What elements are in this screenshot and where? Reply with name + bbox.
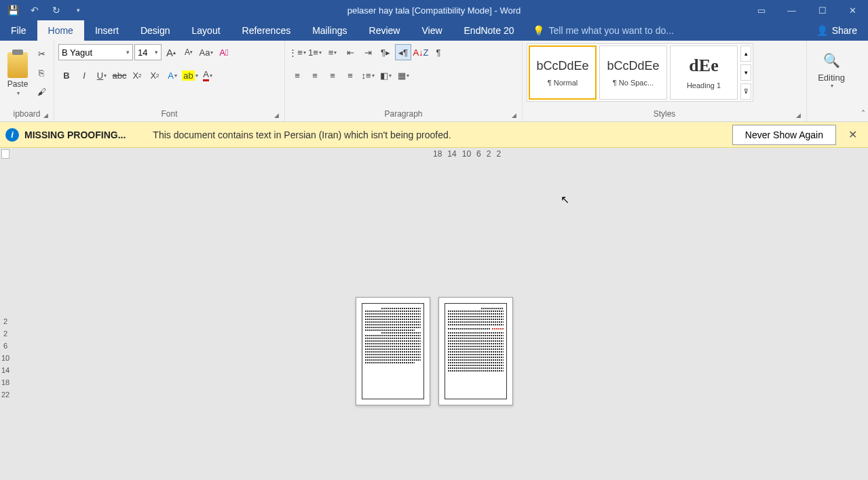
borders-button[interactable]: ▦▾	[395, 67, 411, 83]
close-proofing-icon[interactable]: ✕	[843, 125, 863, 144]
justify-button[interactable]: ≡	[342, 67, 358, 83]
style-name: ¶ Normal	[548, 79, 578, 87]
tell-me-search[interactable]: 💡 Tell me what you want to do...	[525, 25, 805, 36]
tab-home[interactable]: Home	[37, 20, 84, 41]
window-controls: ▭ — ☐ ✕	[746, 0, 868, 20]
never-show-again-button[interactable]: Never Show Again	[732, 125, 836, 145]
text-effects-button[interactable]: A▾	[164, 67, 181, 83]
ltr-direction-button[interactable]: ¶▸	[377, 44, 394, 60]
bullets-button[interactable]: ⋮≡▾	[289, 44, 305, 60]
superscript-button[interactable]: X2	[147, 67, 163, 83]
proofing-bar: i MISSING PROOFING... This document cont…	[0, 122, 868, 148]
collapse-ribbon-icon[interactable]: ˄	[861, 109, 865, 119]
format-painter-button[interactable]: 🖌	[34, 84, 49, 99]
style-heading-1[interactable]: dEe Heading 1	[670, 45, 738, 100]
cut-button[interactable]: ✂	[34, 46, 49, 61]
font-name-value: B Yagut	[62, 47, 92, 58]
undo-icon[interactable]: ↶	[26, 2, 43, 18]
align-right-button[interactable]: ≡	[324, 67, 341, 83]
gallery-down-icon[interactable]: ▾	[740, 64, 751, 81]
page-thumbnail[interactable]	[438, 297, 513, 405]
tab-mailings[interactable]: Mailings	[301, 20, 358, 41]
lightbulb-icon: 💡	[533, 25, 544, 36]
dialog-launcher-icon[interactable]: ◢	[274, 112, 279, 119]
tab-insert[interactable]: Insert	[84, 20, 130, 41]
document-area[interactable]: 18 14 10 6 2 2 2 2 6 10 14 18 22	[0, 148, 868, 480]
subscript-button[interactable]: X2	[129, 67, 145, 83]
copy-button[interactable]: ⎘	[34, 65, 49, 80]
share-label: Share	[832, 25, 857, 36]
font-name-combo[interactable]: B Yagut ▾	[58, 44, 133, 60]
gallery-up-icon[interactable]: ▴	[740, 45, 751, 62]
highlight-button[interactable]: ab▾	[182, 67, 198, 83]
window-title: pelaser hay tala [Compatibility Mode] - …	[347, 5, 521, 16]
ruler-corner	[1, 149, 10, 159]
style-preview: bCcDdEe	[536, 59, 588, 73]
italic-button[interactable]: I	[76, 67, 92, 83]
styles-gallery: bCcDdEe ¶ Normal bCcDdEe ¶ No Spac... dE…	[527, 43, 753, 102]
group-styles: bCcDdEe ¶ Normal bCcDdEe ¶ No Spac... dE…	[523, 41, 807, 121]
vertical-ruler[interactable]: 2 2 6 10 14 18 22	[0, 161, 12, 480]
styles-label: Styles ◢	[527, 108, 802, 120]
show-marks-button[interactable]: ¶	[430, 44, 447, 60]
align-left-button[interactable]: ≡	[289, 67, 305, 83]
group-paragraph: ⋮≡▾ 1≡▾ ≡▾ ⇤ ⇥ ¶▸ ◂¶ A↓Z ¶ ≡ ≡ ≡ ≡ ↕≡▾ ◧…	[285, 41, 523, 121]
increase-indent-button[interactable]: ⇥	[360, 44, 376, 60]
editing-label: Editing	[818, 73, 845, 83]
chevron-down-icon: ▾	[17, 90, 20, 96]
change-case-button[interactable]: Aa▾	[198, 44, 214, 60]
tab-design[interactable]: Design	[130, 20, 181, 41]
shading-button[interactable]: ◧▾	[377, 67, 394, 83]
ruler-marks: 18 14 10 6 2 2	[433, 149, 501, 159]
font-size-combo[interactable]: 14 ▾	[134, 44, 162, 60]
gallery-more-icon[interactable]: ⊽	[740, 83, 751, 100]
decrease-font-button[interactable]: A▾	[181, 44, 197, 60]
save-icon[interactable]: 💾	[4, 2, 22, 18]
dialog-launcher-icon[interactable]: ◢	[512, 112, 516, 119]
pages	[356, 297, 513, 405]
dialog-launcher-icon[interactable]: ◢	[43, 112, 48, 119]
line-spacing-button[interactable]: ↕≡▾	[360, 67, 376, 83]
numbering-button[interactable]: 1≡▾	[307, 44, 323, 60]
style-no-spacing[interactable]: bCcDdEe ¶ No Spac...	[599, 45, 667, 100]
tab-layout[interactable]: Layout	[181, 20, 231, 41]
sort-button[interactable]: A↓Z	[413, 44, 429, 60]
tab-references[interactable]: References	[231, 20, 302, 41]
tab-review[interactable]: Review	[358, 20, 411, 41]
decrease-indent-button[interactable]: ⇤	[342, 44, 358, 60]
maximize-icon[interactable]: ☐	[807, 0, 837, 20]
horizontal-ruler[interactable]: 18 14 10 6 2 2	[12, 148, 868, 161]
share-icon: 👤	[816, 25, 828, 36]
font-size-value: 14	[138, 47, 147, 58]
font-label: Font ◢	[58, 108, 280, 120]
group-clipboard: Paste ▾ ✂ ⎘ 🖌 ipboard ◢	[0, 41, 54, 121]
close-icon[interactable]: ✕	[837, 0, 868, 20]
minimize-icon[interactable]: —	[776, 0, 807, 20]
strikethrough-button[interactable]: abc	[111, 67, 128, 83]
increase-font-button[interactable]: A▴	[163, 44, 179, 60]
rtl-direction-button[interactable]: ◂¶	[395, 44, 411, 60]
editing-group-label	[811, 108, 864, 120]
multilevel-list-button[interactable]: ≡▾	[324, 44, 341, 60]
style-preview: dEe	[689, 56, 718, 76]
tab-file[interactable]: File	[0, 20, 37, 41]
info-icon: i	[5, 128, 19, 142]
redo-icon[interactable]: ↻	[48, 2, 65, 18]
paste-button[interactable]: Paste ▾	[4, 43, 31, 104]
tab-endnote[interactable]: EndNote 20	[453, 20, 525, 41]
proofing-title: MISSING PROOFING...	[24, 129, 126, 140]
ribbon-options-icon[interactable]: ▭	[746, 0, 776, 20]
dialog-launcher-icon[interactable]: ◢	[796, 112, 801, 119]
style-normal[interactable]: bCcDdEe ¶ Normal	[529, 45, 597, 100]
page-thumbnail[interactable]	[356, 297, 430, 405]
clear-formatting-button[interactable]: A⃠	[216, 44, 232, 60]
font-color-button[interactable]: A▾	[200, 67, 216, 83]
underline-button[interactable]: U▾	[94, 67, 110, 83]
bold-button[interactable]: B	[58, 67, 75, 83]
share-button[interactable]: 👤 Share	[806, 25, 868, 36]
tab-view[interactable]: View	[411, 20, 453, 41]
align-center-button[interactable]: ≡	[307, 67, 323, 83]
find-button[interactable]: 🔍 Editing ▾	[811, 43, 852, 98]
qat-customize-icon[interactable]: ▾	[69, 2, 87, 18]
gallery-scroll: ▴ ▾ ⊽	[740, 45, 751, 100]
